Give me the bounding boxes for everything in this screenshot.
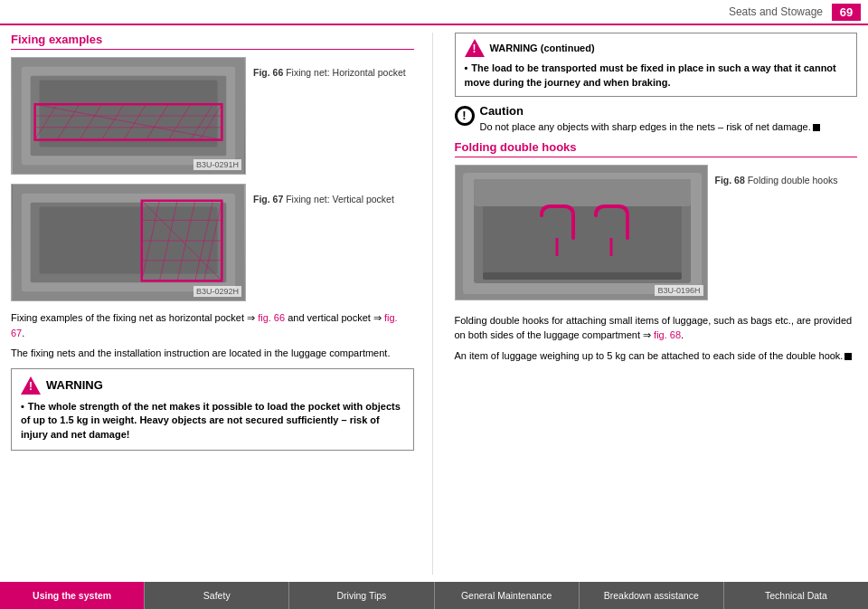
nav-item-using-system[interactable]: Using the system [0,582,145,609]
warning-continued-title: WARNING (continued) [490,43,595,53]
warning-continued-icon [465,39,485,57]
nav-item-general-maintenance[interactable]: General Maintenance [435,582,580,609]
fig68-caption: Fig. 68 Folding double hooks [715,165,858,187]
caution-icon: ! [455,106,475,126]
fixing-examples-heading: Fixing examples [11,33,414,50]
left-column: Fixing examples [11,33,414,575]
body-text-1: Fixing examples of the fixing net as hor… [11,310,414,340]
svg-rect-35 [474,179,691,206]
column-divider [432,33,433,575]
figure-66-image: B3U-0291H [11,57,246,175]
right-column: WARNING (continued) •The load to be tran… [451,33,858,575]
folding-hooks-heading: Folding double hooks [455,140,858,157]
figure-66-row: B3U-0291H Fig. 66 Fixing net: Horizontal… [11,57,414,175]
warning-continued-box: WARNING (continued) •The load to be tran… [455,33,858,97]
caution-text: Do not place any objects with sharp edge… [480,120,858,135]
warning-triangle-icon [21,376,41,395]
nav-item-technical-data[interactable]: Technical Data [724,582,868,609]
end-marker-2 [844,353,852,360]
right-body-text-2: An item of luggage weighing up to 5 kg c… [455,348,858,364]
warning-continued-header: WARNING (continued) [465,39,848,57]
figure-67-image: B3U-0292H [11,184,246,301]
fig66-caption: Fig. 66 Fixing net: Horizontal pocket [253,57,414,80]
page-header: Seats and Stowage 69 [0,0,868,25]
header-title: Seats and Stowage [729,5,823,18]
caution-box: ! Caution Do not place any objects with … [455,104,858,135]
warning-title: WARNING [46,378,103,392]
svg-rect-3 [40,81,218,147]
figure-68-image: B3U-0196H [455,165,708,300]
end-marker [813,124,820,131]
figure-68-row: B3U-0196H Fig. 68 Folding double hooks [455,165,858,304]
warning-box: WARNING •The whole strength of the net m… [11,368,414,452]
warning-continued-body: •The load to be transported must be fixe… [465,62,848,90]
nav-item-breakdown[interactable]: Breakdown assistance [580,582,724,609]
caution-content: Caution Do not place any objects with sh… [480,104,858,135]
nav-item-driving-tips[interactable]: Driving Tips [289,582,434,609]
page-number: 69 [832,4,861,21]
right-body-text-1: Folding double hooks for attaching small… [455,313,858,343]
fig67-caption: Fig. 67 Fixing net: Vertical pocket [253,184,414,206]
svg-rect-38 [483,272,682,280]
body-text-2: The fixing nets and the installation ins… [11,346,414,361]
fig66-ref: fig. 66 [258,312,285,323]
fig66-label: B3U-0291H [193,159,241,170]
warning-body: •The whole strength of the net makes it … [21,400,404,443]
nav-bar: Using the system Safety Driving Tips Gen… [0,582,868,609]
fig67-label: B3U-0292H [193,286,241,297]
svg-rect-20 [40,207,218,274]
nav-item-safety[interactable]: Safety [145,582,289,609]
fig68-ref: fig. 68 [654,329,681,340]
caution-heading: Caution [480,104,858,118]
fig67-ref: fig. 67 [11,312,398,338]
main-content: Fixing examples [0,25,868,582]
warning-header: WARNING [21,376,404,395]
figure-67-row: B3U-0292H Fig. 67 Fixing net: Vertical p… [11,184,414,301]
fig68-label: B3U-0196H [655,285,703,296]
